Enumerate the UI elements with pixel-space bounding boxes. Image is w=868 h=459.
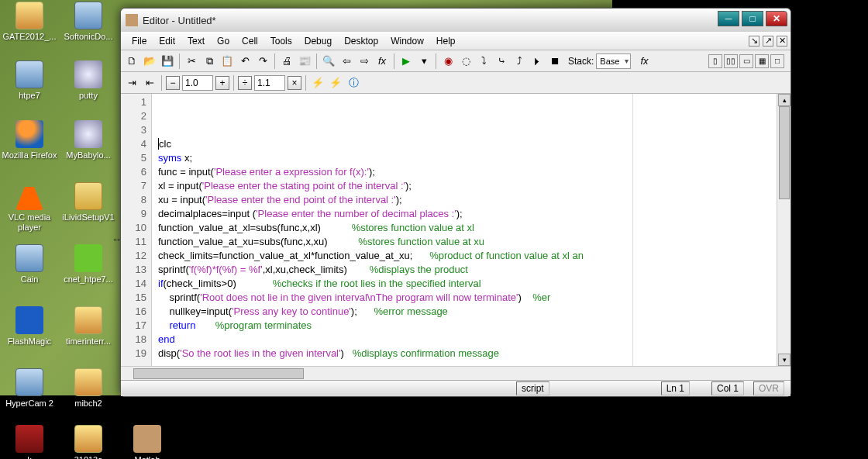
step-out-icon[interactable]: ⤴ [512, 53, 527, 69]
desktop-icon[interactable]: cnet_htpe7... [59, 244, 118, 285]
run-icon[interactable]: ▶ [398, 53, 414, 69]
desktop-icon[interactable]: GATE2012_... [0, 2, 59, 42]
back-icon[interactable]: ⇦ [339, 53, 354, 69]
continue-icon[interactable]: ⏵ [529, 53, 545, 69]
desktop-icon[interactable]: 31013a [59, 425, 118, 459]
close-button[interactable]: ✕ [766, 11, 787, 26]
desktop-icon[interactable]: iLividSetupV1 [59, 182, 118, 223]
desktop-icon[interactable]: SoftonicDo... [59, 2, 118, 42]
menu-tools[interactable]: Tools [264, 33, 298, 49]
icon-label: SoftonicDo... [64, 32, 113, 42]
close-doc-icon[interactable]: ✕ [777, 36, 787, 47]
tile-3-icon[interactable]: ▭ [739, 54, 753, 68]
zoom-inc-button[interactable]: + [215, 76, 229, 90]
eval-advance-icon[interactable]: ⚡ [328, 75, 343, 91]
zoom-b-field[interactable]: 1.1 [254, 75, 285, 91]
icon-label: Matlab [134, 455, 160, 459]
zoom-dec-button[interactable]: − [166, 76, 180, 90]
zoom-mul-button[interactable]: × [288, 76, 301, 90]
run-section-icon[interactable]: ▾ [416, 53, 432, 69]
step-icon[interactable]: ⤵ [476, 53, 491, 69]
copy-icon[interactable]: ⧉ [202, 53, 217, 69]
vertical-scrollbar[interactable]: ▴ ▾ [777, 94, 790, 366]
desktop-icon[interactable]: Matlab [118, 425, 177, 459]
icon-label: Cain [21, 274, 39, 285]
print-icon[interactable]: 🖨 [279, 53, 294, 69]
menu-bar: FileEditTextGoCellToolsDebugDesktopWindo… [121, 32, 790, 50]
desktop-icon[interactable]: timerinterr... [59, 306, 118, 347]
desktop-icon[interactable]: Mozilla Firefox [0, 120, 59, 160]
forward-icon[interactable]: ⇨ [356, 53, 372, 69]
zoom-a-field[interactable]: 1.0 [182, 75, 213, 91]
undock-icon[interactable]: ↗ [763, 36, 773, 47]
tile-4-icon[interactable]: ▦ [755, 54, 769, 68]
save-icon[interactable]: 💾 [160, 53, 175, 69]
desktop-icon[interactable]: htpe7 [0, 60, 59, 101]
app-icon [74, 368, 102, 396]
scroll-down-icon[interactable]: ▾ [778, 354, 790, 366]
status-bar: script Ln 1 Col 1 OVR [121, 380, 790, 396]
minimize-button[interactable]: ─ [718, 11, 739, 26]
desktop-icon[interactable]: HyperCam 2 [0, 368, 59, 409]
dock-icon[interactable]: ↘ [749, 36, 760, 47]
info-icon[interactable]: ⓘ [346, 75, 361, 91]
app-icon [16, 244, 43, 272]
title-bar[interactable]: Editor - Untitled* ─ □ ✕ [121, 9, 790, 32]
fx-button-icon[interactable]: fx [636, 53, 652, 69]
fx-icon[interactable]: fx [374, 53, 390, 69]
icon-label: putty [79, 91, 98, 101]
app-icon [16, 2, 43, 29]
desktop-icon[interactable]: mibch2 [59, 368, 118, 409]
app-icon [74, 425, 102, 453]
clear-breakpoint-icon[interactable]: ◌ [458, 53, 474, 69]
icon-label: VLC media player [0, 212, 59, 233]
tile-2-icon[interactable]: ▯▯ [724, 54, 738, 68]
desktop-icon[interactable]: putty [59, 60, 118, 101]
breakpoint-icon[interactable]: ◉ [440, 53, 456, 69]
redo-icon[interactable]: ↷ [255, 53, 270, 69]
indent-dec-icon[interactable]: ⇤ [142, 75, 157, 91]
desktop-icon[interactable]: Cain [0, 244, 59, 285]
app-icon [16, 306, 43, 334]
icon-label: cnet_htpe7... [64, 274, 113, 285]
menu-window[interactable]: Window [384, 33, 430, 49]
indent-inc-icon[interactable]: ⇥ [124, 75, 140, 91]
horizontal-scrollbar[interactable] [121, 366, 790, 380]
app-icon [74, 60, 102, 88]
menu-edit[interactable]: Edit [153, 33, 181, 49]
desktop-icon[interactable]: VLC media player [0, 182, 59, 233]
menu-desktop[interactable]: Desktop [338, 33, 384, 49]
hscroll-thumb[interactable] [133, 368, 304, 379]
paste-icon[interactable]: 📋 [219, 53, 235, 69]
publish-icon[interactable]: 📰 [297, 53, 312, 69]
maximize-button[interactable]: □ [742, 11, 763, 26]
app-icon [133, 425, 161, 453]
desktop-icon[interactable]: MyBabylo... [59, 120, 118, 160]
scroll-up-icon[interactable]: ▴ [778, 94, 790, 106]
eval-cell-icon[interactable]: ⚡ [310, 75, 326, 91]
menu-file[interactable]: File [126, 33, 153, 49]
undo-icon[interactable]: ↶ [237, 53, 253, 69]
stop-icon[interactable]: ⏹ [547, 53, 563, 69]
menu-go[interactable]: Go [211, 33, 236, 49]
menu-debug[interactable]: Debug [298, 33, 338, 49]
code-area[interactable]: clcsyms x;func = input('Please enter a e… [152, 94, 777, 366]
vscroll-thumb[interactable] [779, 106, 790, 199]
app-icon [16, 120, 43, 148]
zoom-div-button[interactable]: ÷ [238, 76, 252, 90]
menu-help[interactable]: Help [430, 33, 462, 49]
menu-text[interactable]: Text [181, 33, 211, 49]
cut-icon[interactable]: ✂ [184, 53, 199, 69]
step-in-icon[interactable]: ⤷ [494, 53, 509, 69]
desktop-icon[interactable]: k [0, 425, 59, 459]
tile-1-icon[interactable]: ▯ [708, 54, 722, 68]
tile-max-icon[interactable]: □ [770, 54, 784, 68]
desktop-icon[interactable]: FlashMagic [0, 306, 59, 347]
menu-cell[interactable]: Cell [236, 33, 264, 49]
find-icon[interactable]: 🔍 [321, 53, 336, 69]
app-icon [16, 425, 43, 453]
app-icon [16, 368, 43, 396]
new-file-icon[interactable]: 🗋 [124, 53, 140, 69]
stack-select[interactable]: Base [596, 53, 631, 69]
open-file-icon[interactable]: 📂 [142, 53, 157, 69]
